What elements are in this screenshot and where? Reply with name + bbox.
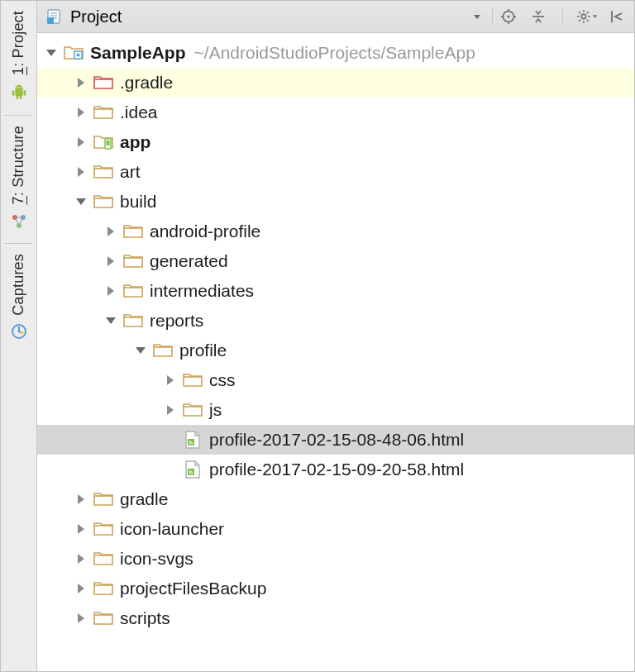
tree-node[interactable]: css	[37, 365, 634, 395]
tree-node[interactable]: gradle	[37, 484, 634, 514]
tool-window-title: Project	[70, 7, 122, 26]
folder-icon	[93, 164, 113, 180]
folder-icon	[93, 193, 113, 210]
tree-label: js	[209, 400, 222, 420]
svg-rect-1	[15, 88, 22, 96]
settings-button[interactable]	[576, 6, 598, 27]
tree-node[interactable]: art	[37, 157, 634, 187]
rail-tab-captures[interactable]: Captures	[10, 250, 27, 341]
tree-label: art	[120, 162, 141, 182]
folder-icon	[123, 283, 143, 299]
module-icon	[64, 45, 84, 61]
disclosure-closed-icon[interactable]	[74, 105, 88, 120]
svg-rect-17	[47, 17, 54, 24]
rail-tab-project[interactable]: 1: Project	[10, 7, 28, 102]
disclosure-closed-icon[interactable]	[74, 611, 88, 626]
tree-label: icon-launcher	[120, 519, 224, 539]
tree-node-file[interactable]: profile-2017-02-15-08-48-06.html	[37, 425, 634, 455]
disclosure-open-icon[interactable]	[103, 313, 118, 328]
tool-window-rail: 1: Project 7: Structure	[1, 1, 37, 671]
tree-node[interactable]: icon-launcher	[37, 514, 634, 544]
tree-node-module[interactable]: app	[37, 127, 634, 157]
tree-label: intermediates	[150, 281, 254, 301]
tree-label: projectFilesBackup	[120, 579, 266, 598]
disclosure-closed-icon[interactable]	[74, 522, 88, 536]
tree-label: SampleApp	[90, 43, 186, 63]
scroll-from-source-button[interactable]	[498, 6, 519, 27]
tree-label: reports	[150, 311, 203, 331]
tree-label: scripts	[120, 608, 170, 628]
disclosure-closed-icon[interactable]	[103, 284, 118, 298]
tree-node-root[interactable]: SampleApp ~/AndroidStudioProjects/Sample…	[37, 38, 634, 68]
tree-label: android-profile	[150, 222, 260, 241]
folder-icon	[93, 491, 113, 508]
folder-icon	[123, 312, 143, 329]
disclosure-closed-icon[interactable]	[74, 164, 88, 179]
svg-point-12	[17, 331, 20, 333]
disclosure-closed-icon[interactable]	[163, 373, 178, 388]
tree-node[interactable]: projectFilesBackup	[37, 574, 634, 603]
tree-label: .idea	[120, 102, 158, 122]
project-tree[interactable]: SampleApp ~/AndroidStudioProjects/Sample…	[37, 33, 634, 671]
folder-icon	[93, 74, 113, 91]
captures-icon	[11, 323, 27, 340]
tree-node[interactable]: icon-svgs	[37, 544, 634, 574]
rail-tab-structure[interactable]: 7: Structure	[10, 122, 27, 229]
tree-node[interactable]: build	[37, 187, 634, 217]
project-view-dropdown[interactable]	[472, 12, 482, 21]
disclosure-closed-icon[interactable]	[74, 75, 88, 90]
folder-icon	[183, 372, 203, 388]
tree-label: .gradle	[120, 73, 173, 93]
collapse-all-button[interactable]	[528, 6, 549, 27]
html-file-icon	[183, 431, 203, 448]
svg-rect-3	[23, 90, 26, 95]
tree-node[interactable]: .idea	[37, 98, 634, 127]
tree-label: profile-2017-02-15-08-48-06.html	[209, 430, 464, 450]
disclosure-closed-icon[interactable]	[74, 492, 88, 507]
tree-label: profile-2017-02-15-09-20-58.html	[209, 460, 464, 479]
android-icon	[10, 83, 28, 102]
disclosure-closed-icon[interactable]	[163, 403, 178, 417]
svg-line-30	[579, 12, 580, 13]
svg-point-25	[581, 14, 585, 18]
folder-icon	[123, 223, 143, 240]
disclosure-closed-icon[interactable]	[74, 551, 88, 566]
tree-node-file[interactable]: profile-2017-02-15-09-20-58.html	[37, 455, 634, 484]
folder-icon	[93, 104, 113, 121]
disclosure-closed-icon[interactable]	[103, 224, 118, 239]
disclosure-closed-icon[interactable]	[103, 254, 118, 269]
folder-icon	[93, 521, 113, 537]
tree-node[interactable]: intermediates	[37, 276, 634, 306]
disclosure-open-icon[interactable]	[133, 343, 148, 358]
html-file-icon	[183, 461, 203, 478]
tree-label: css	[209, 370, 236, 390]
tree-node[interactable]: scripts	[37, 603, 634, 633]
tree-node[interactable]: .gradle	[37, 68, 634, 98]
tree-label: app	[120, 132, 150, 152]
tree-node[interactable]: generated	[37, 246, 634, 276]
tree-node[interactable]: js	[37, 395, 634, 425]
disclosure-closed-icon[interactable]	[74, 135, 88, 150]
rail-divider	[4, 115, 32, 116]
svg-line-32	[579, 20, 580, 21]
tree-node[interactable]: profile	[37, 336, 634, 365]
hide-button[interactable]	[606, 6, 628, 27]
tree-label: icon-svgs	[120, 549, 193, 569]
svg-rect-4	[16, 96, 17, 100]
tree-node[interactable]: android-profile	[37, 217, 634, 246]
svg-point-7	[20, 87, 21, 88]
android-module-icon	[93, 134, 113, 150]
svg-line-31	[587, 20, 589, 21]
tool-window-header: Project	[37, 1, 634, 33]
project-view-icon	[45, 7, 64, 26]
rail-divider	[4, 243, 32, 244]
tree-node[interactable]: reports	[37, 306, 634, 336]
header-separator	[562, 7, 563, 26]
tree-label: build	[120, 192, 156, 212]
folder-icon	[93, 610, 113, 627]
disclosure-open-icon[interactable]	[44, 45, 59, 60]
project-tool-window: Project	[37, 1, 634, 671]
tree-label: gradle	[120, 489, 168, 509]
disclosure-closed-icon[interactable]	[74, 581, 88, 596]
disclosure-open-icon[interactable]	[74, 194, 88, 209]
